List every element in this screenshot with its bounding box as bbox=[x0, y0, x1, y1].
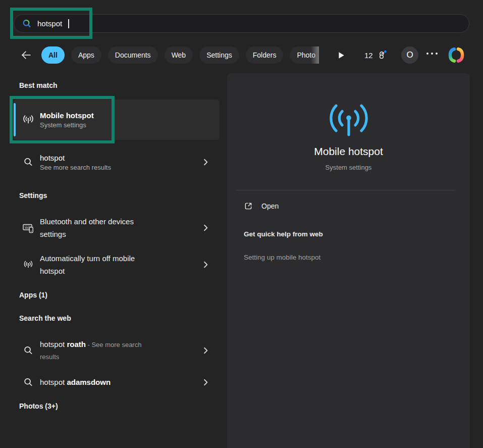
section-header-settings: Settings bbox=[19, 191, 47, 200]
mobile-hotspot-icon-large bbox=[324, 97, 373, 146]
selection-indicator bbox=[14, 103, 16, 136]
help-section-header: Get quick help from web bbox=[244, 230, 323, 238]
result-subtitle: System settings bbox=[40, 121, 94, 129]
open-external-icon bbox=[244, 202, 253, 211]
result-title-line1: Bluetooth and other devices bbox=[40, 215, 134, 228]
result-web-hotspot-adamsdown[interactable]: hotspot adamsdown bbox=[14, 374, 220, 391]
section-header-best-match: Best match bbox=[19, 81, 57, 89]
open-label: Open bbox=[261, 202, 279, 210]
divider bbox=[236, 190, 456, 190]
result-title-line1: hotspot adamsdown bbox=[40, 376, 111, 388]
chevron-right-icon bbox=[203, 379, 208, 386]
search-icon bbox=[22, 19, 32, 29]
scroll-tabs-right-icon[interactable] bbox=[336, 50, 346, 60]
filter-tab-photos[interactable]: Photo bbox=[290, 46, 319, 64]
rewards-icon bbox=[376, 49, 387, 61]
section-header-apps: Apps (1) bbox=[19, 291, 47, 299]
chevron-right-icon bbox=[203, 261, 208, 268]
result-bluetooth-settings[interactable]: Bluetooth and other devices settings bbox=[14, 213, 220, 242]
rewards-points: 12 bbox=[364, 51, 373, 60]
rewards-badge[interactable]: 12 bbox=[364, 48, 387, 62]
filter-tab-label: Folders bbox=[253, 51, 277, 59]
avatar-initial: O bbox=[406, 50, 413, 60]
preview-panel: Mobile hotspot System settings Open Get … bbox=[227, 73, 470, 448]
result-best-match[interactable]: Mobile hotspot System settings bbox=[14, 99, 220, 140]
help-link-setting-up-hotspot[interactable]: Setting up mobile hotspot bbox=[244, 254, 320, 261]
result-title-line2: hotspot bbox=[40, 265, 135, 277]
devices-icon bbox=[22, 221, 35, 234]
text-caret bbox=[68, 19, 69, 28]
search-result-icon bbox=[22, 156, 35, 169]
filter-tab-all[interactable]: All bbox=[41, 46, 65, 64]
search-query-text: hotspot bbox=[37, 19, 62, 28]
preview-subtitle: System settings bbox=[227, 164, 470, 171]
search-input[interactable]: hotspot bbox=[14, 14, 469, 33]
section-header-search-web: Search the web bbox=[19, 314, 71, 322]
filter-tab-settings[interactable]: Settings bbox=[199, 46, 239, 64]
more-options-icon[interactable] bbox=[426, 53, 438, 55]
result-see-more[interactable]: hotspot See more search results bbox=[14, 148, 220, 176]
result-title-line2: results bbox=[40, 351, 141, 363]
filter-tab-label: Documents bbox=[115, 51, 151, 59]
section-header-photos: Photos (3+) bbox=[19, 402, 58, 410]
result-title-line1: Automatically turn off mobile bbox=[40, 252, 135, 265]
result-title-line1: hotspot roath - See more search bbox=[40, 338, 141, 351]
result-title: Mobile hotspot bbox=[40, 111, 94, 120]
filter-tab-label: Settings bbox=[206, 51, 232, 59]
filter-tab-documents[interactable]: Documents bbox=[108, 46, 158, 64]
result-title: hotspot bbox=[40, 154, 111, 162]
filter-tab-label: Photo bbox=[297, 51, 315, 59]
filter-tab-label: Apps bbox=[78, 51, 94, 59]
back-arrow-icon[interactable] bbox=[20, 49, 32, 61]
account-avatar[interactable]: O bbox=[401, 46, 418, 64]
filter-bar: All Apps Documents Web Settings Folders … bbox=[0, 45, 483, 65]
chevron-right-icon bbox=[203, 159, 208, 166]
mobile-hotspot-icon bbox=[22, 113, 35, 126]
preview-title: Mobile hotspot bbox=[227, 145, 470, 158]
filter-tab-label: Web bbox=[172, 51, 186, 59]
result-auto-turn-off-hotspot[interactable]: Automatically turn off mobile hotspot bbox=[14, 250, 220, 279]
chevron-right-icon bbox=[203, 224, 208, 231]
copilot-icon[interactable] bbox=[448, 46, 465, 64]
mobile-hotspot-icon bbox=[22, 258, 35, 271]
search-result-icon bbox=[22, 376, 35, 389]
filter-tab-apps[interactable]: Apps bbox=[71, 46, 101, 64]
open-action[interactable]: Open bbox=[244, 202, 279, 211]
chevron-right-icon bbox=[203, 347, 208, 354]
result-web-hotspot-roath[interactable]: hotspot roath - See more search results bbox=[14, 336, 220, 365]
filter-tab-web[interactable]: Web bbox=[165, 46, 193, 64]
filter-tab-folders[interactable]: Folders bbox=[246, 46, 284, 64]
result-title-line2: settings bbox=[40, 228, 134, 240]
filter-tab-label: All bbox=[48, 51, 58, 59]
result-subtitle: See more search results bbox=[40, 164, 111, 171]
search-result-icon bbox=[22, 344, 35, 357]
